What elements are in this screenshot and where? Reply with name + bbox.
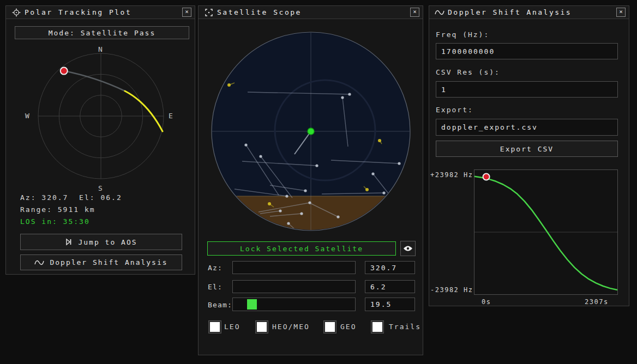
doppler-chart — [474, 169, 618, 295]
checkbox-geo[interactable] — [324, 321, 336, 333]
csv-res-label: CSV Res (s): — [436, 68, 500, 76]
doppler-analysis-button[interactable]: Doppler Shift Analysis — [20, 254, 182, 270]
visibility-toggle-button[interactable] — [400, 241, 416, 256]
doppler-close-button[interactable]: × — [616, 8, 626, 17]
export-filename-input[interactable] — [436, 119, 618, 136]
compass-s: S — [98, 184, 104, 192]
pass-track-past — [64, 71, 125, 91]
jump-to-aos-label: Jump to AOS — [78, 238, 137, 246]
el-input[interactable] — [232, 280, 356, 293]
polar-titlebar[interactable]: Polar Tracking Plot × — [6, 6, 195, 19]
az-input[interactable] — [232, 261, 356, 274]
crosshair-target-icon — [11, 8, 21, 17]
checkbox-trails[interactable] — [371, 321, 383, 333]
x-axis-left-label: 0s — [482, 298, 491, 306]
beam-slider-handle[interactable] — [247, 299, 257, 310]
range-readout: Range: 5911 km — [20, 205, 95, 214]
beam-slider-track[interactable] — [232, 298, 356, 311]
checkbox-leo-label: LEO — [224, 323, 240, 331]
az-value-box[interactable]: 320.7 — [365, 261, 415, 274]
doppler-panel: Doppler Shift Analysis × Freq (Hz): CSV … — [429, 5, 629, 306]
polar-close-button[interactable]: × — [182, 8, 191, 17]
doppler-analysis-label: Doppler Shift Analysis — [50, 258, 167, 266]
sine-wave-icon — [34, 259, 44, 266]
beam-value-box[interactable]: 19.5 — [365, 298, 415, 311]
az-row-label: Az: — [208, 264, 223, 272]
jump-to-aos-button[interactable]: Jump to AOS — [20, 234, 182, 250]
checkbox-heo-meo-label: HEO/MEO — [272, 323, 310, 331]
freq-label: Freq (Hz): — [436, 31, 489, 39]
los-countdown: LOS in: 35:30 — [20, 217, 90, 226]
export-label: Export: — [436, 106, 473, 114]
sine-wave-icon — [435, 8, 444, 17]
current-time-marker[interactable] — [483, 174, 490, 180]
compass-e: E — [169, 112, 174, 120]
locked-satellite-dot[interactable] — [308, 128, 314, 135]
az-el-readout: Az: 320.7 El: 06.2 — [20, 193, 122, 202]
checkbox-leo[interactable] — [209, 321, 221, 333]
pass-track-future — [125, 91, 163, 131]
satellite-scope-panel: Satellite Scope × Lock Selected Satellit… — [198, 5, 423, 355]
skip-to-icon — [65, 238, 73, 246]
compass-labels: N S W E — [25, 45, 174, 192]
mode-button[interactable]: Mode: Satellite Pass — [15, 26, 189, 39]
y-axis-top-label: +23982 Hz — [430, 171, 473, 179]
checkbox-heo-meo[interactable] — [256, 321, 268, 333]
el-value-box[interactable]: 6.2 — [365, 280, 415, 293]
y-axis-bottom-label: -23982 Hz — [430, 286, 473, 294]
lock-satellite-label: Lock Selected Satellite — [240, 245, 363, 253]
satellite-position-marker[interactable] — [61, 68, 68, 75]
export-csv-button[interactable]: Export CSV — [436, 141, 618, 157]
compass-w: W — [25, 112, 31, 120]
freq-input[interactable] — [436, 43, 618, 59]
doppler-curve — [474, 177, 617, 290]
x-axis-right-label: 2307s — [585, 298, 609, 306]
polar-title: Polar Tracking Plot — [25, 8, 182, 16]
el-row-label: El: — [208, 283, 223, 291]
lock-satellite-button[interactable]: Lock Selected Satellite — [207, 241, 396, 256]
eye-icon — [403, 245, 413, 252]
doppler-title: Doppler Shift Analysis — [448, 8, 616, 16]
doppler-titlebar[interactable]: Doppler Shift Analysis × — [429, 6, 629, 19]
csv-res-input[interactable] — [436, 81, 618, 98]
checkbox-geo-label: GEO — [340, 323, 356, 331]
beam-row-label: Beam: — [208, 301, 232, 309]
checkbox-trails-label: Trails — [389, 323, 421, 331]
compass-n: N — [98, 45, 104, 53]
polar-tracking-panel: Polar Tracking Plot × Mode: Satellite Pa… — [5, 5, 195, 275]
